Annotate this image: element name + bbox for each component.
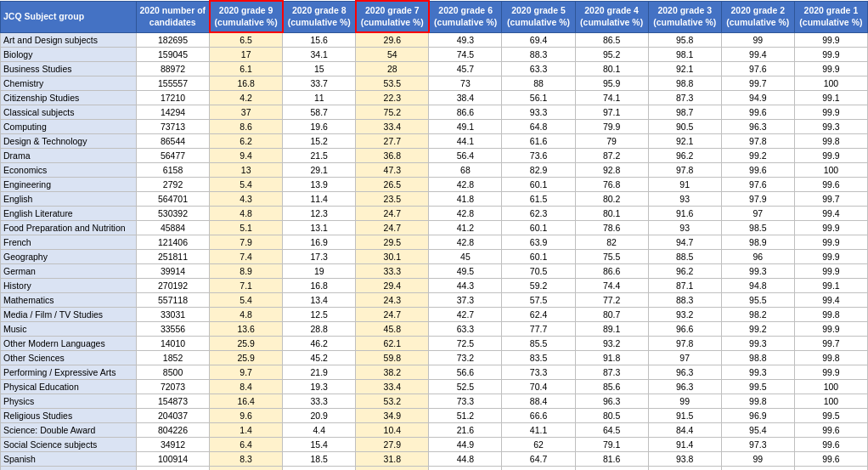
cell-row20-col1: 33556	[137, 322, 210, 337]
cell-row6-col3: 19.6	[283, 120, 356, 134]
cell-row5-col4: 75.2	[356, 105, 429, 120]
cell-row3-col10: 100	[794, 76, 867, 91]
cell-row21-col0: Other Modern Languages	[1, 337, 137, 351]
cell-row10-col0: Engineering	[1, 178, 137, 192]
cell-row26-col10: 99.5	[794, 409, 867, 423]
cell-row11-col1: 564701	[137, 192, 210, 207]
cell-row7-col0: Design & Technology	[1, 134, 137, 149]
cell-row26-col2: 9.6	[210, 409, 283, 423]
cell-row0-col7: 86.5	[575, 32, 648, 48]
cell-row27-col9: 95.4	[721, 423, 794, 438]
cell-row14-col2: 7.9	[210, 235, 283, 250]
cell-row13-col0: Food Preparation and Nutrition	[1, 221, 137, 235]
cell-row0-col5: 49.3	[429, 32, 502, 48]
cell-row25-col5: 73.3	[429, 394, 502, 409]
cell-row0-col9: 99	[721, 32, 794, 48]
cell-row3-col3: 33.7	[283, 76, 356, 91]
cell-row17-col2: 7.1	[210, 279, 283, 293]
cell-row30-col7: 83.3	[575, 467, 648, 470]
cell-row13-col9: 98.5	[721, 221, 794, 235]
cell-row19-col4: 24.7	[356, 308, 429, 322]
cell-row22-col0: Other Sciences	[1, 351, 137, 365]
cell-row21-col2: 25.9	[210, 337, 283, 351]
cell-row27-col7: 64.5	[575, 423, 648, 438]
cell-row15-col7: 75.5	[575, 250, 648, 264]
cell-row15-col1: 251811	[137, 250, 210, 264]
cell-row29-col10: 99.6	[794, 452, 867, 467]
cell-row21-col1: 14010	[137, 337, 210, 351]
cell-row14-col4: 29.5	[356, 235, 429, 250]
table-row: Business Studies889726.1152845.763.380.1…	[1, 62, 868, 76]
cell-row14-col7: 82	[575, 235, 648, 250]
cell-row24-col7: 85.6	[575, 380, 648, 394]
cell-row1-col5: 74.5	[429, 48, 502, 62]
cell-row18-col2: 5.4	[210, 293, 283, 308]
cell-row17-col4: 29.4	[356, 279, 429, 293]
cell-row4-col6: 56.1	[502, 91, 575, 105]
header-subject: JCQ Subject group	[1, 1, 137, 32]
cell-row18-col8: 88.3	[648, 293, 721, 308]
cell-row13-col3: 13.1	[283, 221, 356, 235]
cell-row25-col6: 88.4	[502, 394, 575, 409]
cell-row18-col5: 37.3	[429, 293, 502, 308]
cell-row5-col3: 58.7	[283, 105, 356, 120]
cell-row25-col10: 100	[794, 394, 867, 409]
main-table-container: JCQ Subject group 2020 number of candida…	[0, 0, 868, 470]
cell-row16-col5: 49.5	[429, 264, 502, 279]
cell-row18-col6: 57.5	[502, 293, 575, 308]
table-row: Mathematics5571185.413.424.337.357.577.2…	[1, 293, 868, 308]
cell-row27-col1: 804226	[137, 423, 210, 438]
cell-row19-col7: 80.7	[575, 308, 648, 322]
cell-row9-col5: 68	[429, 163, 502, 178]
cell-row23-col10: 99.9	[794, 365, 867, 380]
cell-row2-col0: Business Studies	[1, 62, 137, 76]
cell-row25-col2: 16.4	[210, 394, 283, 409]
cell-row1-col8: 98.1	[648, 48, 721, 62]
cell-row3-col7: 95.9	[575, 76, 648, 91]
cell-row22-col4: 59.8	[356, 351, 429, 365]
table-row: Physics15487316.433.353.273.388.496.3999…	[1, 394, 868, 409]
cell-row6-col5: 49.1	[429, 120, 502, 134]
cell-row5-col9: 99.6	[721, 105, 794, 120]
cell-row15-col8: 88.5	[648, 250, 721, 264]
cell-row24-col4: 33.4	[356, 380, 429, 394]
cell-row16-col10: 99.9	[794, 264, 867, 279]
cell-row29-col0: Spanish	[1, 452, 137, 467]
cell-row20-col7: 89.1	[575, 322, 648, 337]
header-grade4: 2020 grade 4(cumulative %)	[575, 1, 648, 32]
table-row: Statistics144036.115.128.143.665.283.393…	[1, 467, 868, 470]
table-row: English Literature5303924.812.324.742.86…	[1, 207, 868, 221]
header-grade2: 2020 grade 2(cumulative %)	[721, 1, 794, 32]
cell-row11-col3: 11.4	[283, 192, 356, 207]
cell-row12-col0: English Literature	[1, 207, 137, 221]
cell-row2-col3: 15	[283, 62, 356, 76]
cell-row30-col3: 15.1	[283, 467, 356, 470]
cell-row4-col10: 99.1	[794, 91, 867, 105]
cell-row4-col4: 22.3	[356, 91, 429, 105]
cell-row4-col1: 17210	[137, 91, 210, 105]
cell-row12-col2: 4.8	[210, 207, 283, 221]
cell-row14-col5: 42.8	[429, 235, 502, 250]
cell-row10-col9: 97.6	[721, 178, 794, 192]
cell-row28-col9: 97.3	[721, 438, 794, 452]
cell-row30-col9: 98.1	[721, 467, 794, 470]
cell-row11-col0: English	[1, 192, 137, 207]
cell-row19-col5: 42.7	[429, 308, 502, 322]
cell-row23-col3: 21.9	[283, 365, 356, 380]
cell-row17-col7: 74.4	[575, 279, 648, 293]
cell-row27-col10: 99.6	[794, 423, 867, 438]
cell-row19-col10: 99.8	[794, 308, 867, 322]
table-row: English5647014.311.423.541.861.580.29397…	[1, 192, 868, 207]
cell-row18-col10: 99.4	[794, 293, 867, 308]
cell-row28-col1: 34912	[137, 438, 210, 452]
table-row: Spanish1009148.318.531.844.864.781.693.8…	[1, 452, 868, 467]
header-grade8: 2020 grade 8(cumulative %)	[283, 1, 356, 32]
cell-row27-col2: 1.4	[210, 423, 283, 438]
cell-row19-col1: 33031	[137, 308, 210, 322]
cell-row22-col7: 91.8	[575, 351, 648, 365]
cell-row13-col10: 99.9	[794, 221, 867, 235]
cell-row11-col10: 99.7	[794, 192, 867, 207]
table-row: Geography2518117.417.330.14560.175.588.5…	[1, 250, 868, 264]
cell-row7-col5: 44.1	[429, 134, 502, 149]
cell-row20-col4: 45.8	[356, 322, 429, 337]
